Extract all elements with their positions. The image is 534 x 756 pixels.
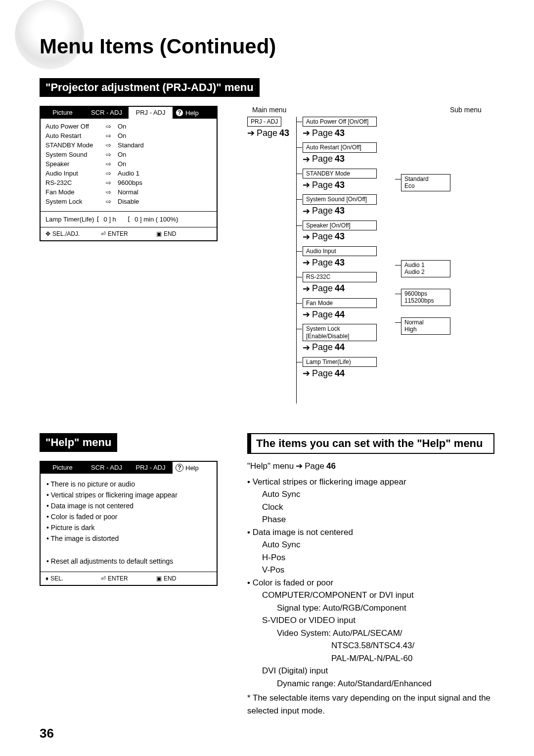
help-group-line: Signal type: Auto/RGB/Component xyxy=(247,602,494,615)
tab-prj-adj: PRJ - ADJ xyxy=(129,107,173,119)
tab-help: ?Help xyxy=(173,462,217,474)
footer-enter-label: ENTER xyxy=(108,575,128,582)
help-bullet: Vertical stripes or flickering image app… xyxy=(247,476,494,489)
tab-picture: Picture xyxy=(41,107,85,119)
tab-prj-adj: PRJ - ADJ xyxy=(129,462,173,474)
help-subitem: V-Pos xyxy=(247,564,494,577)
help-osd-item: • There is no picture or audio xyxy=(46,479,211,489)
arrow-right-icon: ⇨ xyxy=(106,132,118,139)
help-osd-item: • Picture is dark xyxy=(46,522,211,533)
updown-icon: ♦ xyxy=(45,575,48,582)
page-link[interactable]: ➔ Page 44 xyxy=(303,368,395,379)
tree-node-box: Auto Power Off [On/Off] xyxy=(303,117,377,127)
help-footnote: * The selectable items vary depending on… xyxy=(247,692,494,717)
help-group-header: DVI (Digital) input xyxy=(247,665,494,677)
osd-item-value: On xyxy=(118,151,212,158)
osd-item-label: Audio Input xyxy=(45,170,106,177)
arrow-right-icon: ⇨ xyxy=(106,123,118,130)
prj-adj-section-header: "Projector adjustment (PRJ-ADJ)" menu xyxy=(40,78,260,97)
tree-node-box: RS-232C xyxy=(303,272,377,282)
page-link[interactable]: ➔ Page 43 xyxy=(303,179,395,190)
osd-item-label: Auto Power Off xyxy=(45,123,106,130)
sub-menu-header: Sub menu xyxy=(450,106,482,114)
page-link[interactable]: ➔ Page 43 xyxy=(303,154,395,165)
footer-end: ▣END xyxy=(156,230,212,237)
help-page-ref-page: Page xyxy=(305,460,324,473)
page-title: Menu Items (Continued) xyxy=(40,35,494,58)
osd-row: Audio Input⇨Audio 1 xyxy=(45,169,212,178)
arrow-right-icon: ⇨ xyxy=(106,198,118,205)
help-icon: ? xyxy=(176,109,183,117)
lamp-hours: 0 xyxy=(104,216,107,223)
osd-item-label: STANDBY Mode xyxy=(45,141,106,149)
help-group-line: Video System: Auto/PAL/SECAM/ xyxy=(247,627,494,640)
footer-sel-label: SEL. xyxy=(50,575,63,582)
osd-item-value: On xyxy=(118,123,212,130)
tab-scr-adj: SCR - ADJ xyxy=(85,462,129,474)
help-group-header: S-VIDEO or VIDEO input xyxy=(247,614,494,627)
osd-row: Fan Mode⇨Normal xyxy=(45,187,212,197)
tree-node-box: Lamp Timer(Life) xyxy=(303,357,377,367)
footer-enter: ⏎ENTER xyxy=(101,575,156,582)
help-page-ref-prefix: "Help" menu xyxy=(247,460,294,473)
osd-item-value: On xyxy=(118,160,212,168)
help-osd-item: • Vertical stripes or flickering image a… xyxy=(46,489,211,500)
help-page-ref-num: 46 xyxy=(326,460,336,473)
tree-sub-box: NormalHigh xyxy=(401,317,450,335)
osd-item-label: System Lock xyxy=(45,198,106,205)
prj-adj-osd-menu: Picture SCR - ADJ PRJ - ADJ ?Help Auto P… xyxy=(40,106,218,241)
tab-help: ?Help xyxy=(173,107,217,119)
tree-node-box: System Lock[Enable/Disable] xyxy=(303,324,377,341)
page-link[interactable]: ➔ Page 44 xyxy=(303,283,395,294)
page-link[interactable]: ➔ Page 43 xyxy=(303,206,395,217)
tab-picture: Picture xyxy=(41,462,85,474)
tree-node-box: System Sound [On/Off] xyxy=(303,194,377,204)
osd-item-value: Disable xyxy=(118,198,212,205)
help-subitem: Auto Sync xyxy=(247,488,494,501)
page-link[interactable]: ➔ Page 44 xyxy=(303,342,395,353)
footer-end-label: END xyxy=(164,230,176,237)
end-icon: ▣ xyxy=(156,230,162,237)
osd-row: STANDBY Mode⇨Standard xyxy=(45,140,212,150)
tree-node-box: STANDBY Mode xyxy=(303,169,377,178)
tree-node-box: Speaker [On/Off] xyxy=(303,221,377,230)
osd-row: Auto Power Off⇨On xyxy=(45,122,212,131)
help-osd-menu: Picture SCR - ADJ PRJ - ADJ ?Help • Ther… xyxy=(40,461,218,586)
help-osd-item: • Data image is not centered xyxy=(46,500,211,511)
arrow-right-icon: ⇨ xyxy=(106,188,118,196)
page-link[interactable]: ➔ Page 43 xyxy=(247,128,297,138)
page-link[interactable]: ➔ Page 44 xyxy=(303,309,395,320)
footer-end: ▣END xyxy=(156,575,212,582)
lamp-label: Lamp Timer(Life) xyxy=(45,216,94,223)
help-group-line: Dynamic range: Auto/Standard/Enhanced xyxy=(247,677,494,690)
osd-item-label: Speaker xyxy=(45,160,106,168)
tab-scr-adj: SCR - ADJ xyxy=(85,107,129,119)
help-subitem: Phase xyxy=(247,513,494,526)
page-link[interactable]: ➔ Page 43 xyxy=(303,128,395,138)
help-group-header: COMPUTER/COMPONENT or DVI input xyxy=(247,589,494,602)
tree-node-box: Audio Input xyxy=(303,246,377,256)
page-number: 36 xyxy=(40,726,54,741)
footer-sel: ♦SEL. xyxy=(45,575,101,582)
footer-end-label: END xyxy=(164,575,176,582)
tree-root-box: PRJ - ADJ xyxy=(247,117,281,127)
help-items-title: The items you can set with the "Help" me… xyxy=(247,433,494,454)
tree-sub-box: 9600bps115200bps xyxy=(401,289,450,306)
help-subitem: Clock xyxy=(247,501,494,514)
osd-row: System Sound⇨On xyxy=(45,150,212,159)
arrow-right-icon: ⇨ xyxy=(106,179,118,186)
osd-row: RS-232C⇨9600bps xyxy=(45,178,212,187)
page-link[interactable]: ➔ Page 43 xyxy=(303,257,395,268)
arrow-right-icon: ⇨ xyxy=(106,151,118,158)
page-link[interactable]: ➔ Page 43 xyxy=(303,231,395,242)
help-osd-item: • Color is faded or poor xyxy=(46,511,211,522)
main-menu-header: Main menu xyxy=(252,106,321,114)
lamp-h-unit: h xyxy=(113,216,116,223)
lamp-min-unit: min xyxy=(143,216,154,223)
dpad-icon: ✥ xyxy=(45,230,50,237)
osd-item-value: 9600bps xyxy=(118,179,212,186)
osd-row: Speaker⇨On xyxy=(45,159,212,169)
osd-item-label: RS-232C xyxy=(45,179,106,186)
arrow-right-icon: ⇨ xyxy=(106,160,118,168)
arrow-right-icon: ➔ xyxy=(296,460,303,473)
